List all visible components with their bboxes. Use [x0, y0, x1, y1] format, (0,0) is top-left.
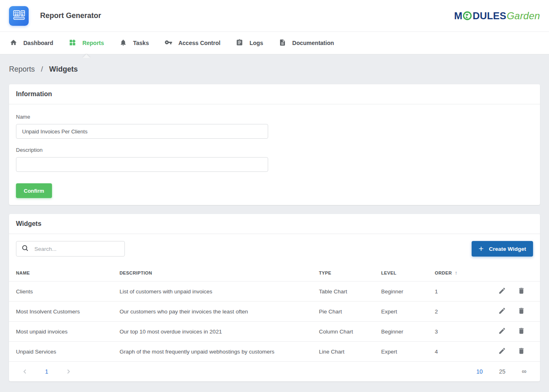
information-card: Information Name Description Confirm: [9, 84, 540, 205]
document-icon: [279, 39, 286, 47]
breadcrumb-widgets: Widgets: [49, 65, 78, 73]
active-tab-caret: [82, 54, 90, 58]
edit-icon[interactable]: [498, 347, 506, 355]
widget-name-cell: Clients: [9, 282, 120, 302]
table-row: Most unpaid invoices Our top 10 most ove…: [9, 322, 540, 342]
search-box: [16, 241, 125, 257]
globe-icon: [463, 11, 472, 20]
row-actions: [480, 282, 540, 302]
widget-level-cell: Expert: [381, 302, 435, 322]
description-field-label: Description: [16, 147, 533, 153]
app-logo: [9, 6, 29, 26]
nav-item-access-control[interactable]: Access Control: [165, 38, 221, 47]
delete-icon[interactable]: [517, 327, 525, 335]
column-header-order[interactable]: ORDER↑: [435, 264, 480, 282]
widget-name-cell: Most unpaid invoices: [9, 322, 120, 342]
widget-description-cell: List of customers with unpaid invoices: [120, 282, 319, 302]
breadcrumb-reports[interactable]: Reports: [9, 65, 35, 73]
column-header-level[interactable]: LEVEL: [381, 264, 435, 282]
search-icon: [21, 244, 29, 254]
widget-description-cell: Graph of the most frequently unpaid webh…: [120, 342, 319, 362]
description-field[interactable]: [16, 157, 268, 172]
nav-item-reports[interactable]: Reports: [69, 39, 104, 47]
widget-name-cell: Unpaid Services: [9, 342, 120, 362]
main-nav: Dashboard Reports Tasks Access Control L…: [0, 32, 549, 54]
column-header-name[interactable]: NAME: [9, 264, 120, 282]
pagination: 1: [21, 368, 72, 375]
table-row: Unpaid Services Graph of the most freque…: [9, 342, 540, 362]
widgets-card: Widgets + Create Widget: [9, 214, 540, 381]
widgets-icon: [69, 39, 76, 47]
nav-label: Tasks: [133, 40, 149, 46]
widget-name-cell: Most Insolvent Customers: [9, 302, 120, 322]
page-size-10[interactable]: 10: [476, 368, 483, 375]
chevron-left-icon[interactable]: [21, 368, 29, 375]
widget-type-cell: Line Chart: [319, 342, 381, 362]
widget-order-cell: 4: [435, 342, 480, 362]
widget-level-cell: Beginner: [381, 322, 435, 342]
table-header-row: NAME DESCRIPTION TYPE LEVEL ORDER↑: [9, 264, 540, 282]
report-machine-icon: [12, 8, 26, 24]
widget-description-cell: Our customers who pay their invoices the…: [120, 302, 319, 322]
edit-icon[interactable]: [498, 287, 506, 295]
nav-label: Dashboard: [23, 40, 53, 46]
breadcrumb-separator: /: [41, 65, 43, 73]
widgets-table-body: Clients List of customers with unpaid in…: [9, 282, 540, 362]
page-size-infinity-icon[interactable]: ∞: [522, 368, 526, 375]
create-widget-button[interactable]: + Create Widget: [472, 241, 533, 257]
widget-level-cell: Expert: [381, 342, 435, 362]
widget-type-cell: Column Chart: [319, 322, 381, 342]
edit-icon[interactable]: [498, 327, 506, 335]
main-content: Reports / Widgets Information Name Descr…: [0, 54, 549, 392]
table-row: Most Insolvent Customers Our customers w…: [9, 302, 540, 322]
widgets-toolbar: + Create Widget: [9, 234, 540, 264]
create-widget-label: Create Widget: [489, 246, 526, 252]
page-number[interactable]: 1: [45, 368, 48, 375]
nav-item-documentation[interactable]: Documentation: [279, 39, 334, 47]
row-actions: [480, 302, 540, 322]
widget-level-cell: Beginner: [381, 282, 435, 302]
bell-icon: [120, 39, 127, 47]
home-icon: [10, 39, 17, 47]
page-size-selector: 10 25 ∞: [476, 368, 526, 375]
delete-icon[interactable]: [517, 347, 525, 355]
search-input[interactable]: [34, 246, 120, 252]
nav-item-dashboard[interactable]: Dashboard: [10, 39, 53, 47]
sort-asc-icon: ↑: [455, 270, 458, 276]
widget-type-cell: Table Chart: [319, 282, 381, 302]
clipboard-icon: [236, 39, 243, 47]
brand-middle: DULES: [472, 10, 506, 22]
widget-description-cell: Our top 10 most overdue invoices in 2021: [120, 322, 319, 342]
page-size-25[interactable]: 25: [499, 368, 506, 375]
name-field[interactable]: [16, 124, 268, 139]
modulesgarden-logo: M DULES Garden: [454, 10, 540, 22]
nav-label: Reports: [82, 40, 104, 46]
plus-icon: +: [479, 244, 483, 253]
column-header-description[interactable]: DESCRIPTION: [120, 264, 319, 282]
column-header-type[interactable]: TYPE: [319, 264, 381, 282]
table-footer: 1 10 25 ∞: [9, 362, 540, 381]
nav-item-tasks[interactable]: Tasks: [120, 39, 149, 47]
widget-order-cell: 3: [435, 322, 480, 342]
name-field-label: Name: [16, 114, 533, 120]
delete-icon[interactable]: [517, 287, 525, 295]
widget-order-cell: 1: [435, 282, 480, 302]
top-header: Report Generator M DULES Garden: [0, 0, 549, 32]
table-row: Clients List of customers with unpaid in…: [9, 282, 540, 302]
nav-item-logs[interactable]: Logs: [236, 39, 263, 47]
row-actions: [480, 322, 540, 342]
breadcrumb: Reports / Widgets: [9, 65, 540, 74]
row-actions: [480, 342, 540, 362]
widgets-card-title: Widgets: [9, 214, 540, 234]
delete-icon[interactable]: [517, 307, 525, 315]
page-title: Report Generator: [40, 11, 101, 20]
nav-label: Documentation: [292, 40, 334, 46]
confirm-button[interactable]: Confirm: [16, 183, 52, 198]
chevron-right-icon[interactable]: [65, 368, 72, 375]
nav-label: Logs: [249, 40, 263, 46]
brand-suffix: Garden: [507, 10, 540, 22]
key-icon: [165, 38, 172, 47]
edit-icon[interactable]: [498, 307, 506, 315]
nav-label: Access Control: [178, 40, 221, 46]
widgets-table: NAME DESCRIPTION TYPE LEVEL ORDER↑ Clien…: [9, 264, 540, 362]
